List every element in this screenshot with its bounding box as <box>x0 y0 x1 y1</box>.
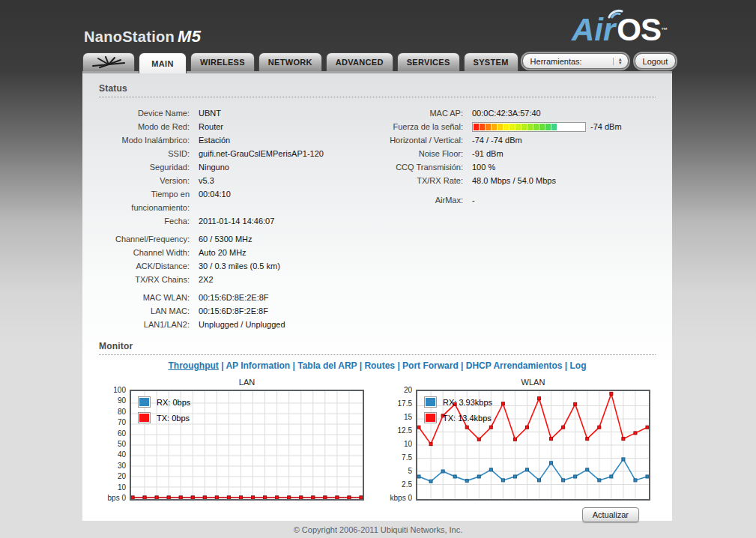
field-value: Unplugged / Unplugged <box>199 318 285 331</box>
data-marker <box>300 496 303 499</box>
field-value: 00:0C:42:3A:57:40 <box>472 106 541 120</box>
status-row: Noise Floor: -91 dBm <box>375 147 656 160</box>
signal-strength-value: -74 dBm <box>472 120 622 133</box>
status-group-link: Horizontal / Vertical: -74 / -74 dBm Noi… <box>375 133 656 187</box>
signal-segment <box>521 124 527 130</box>
status-row: Seguridad: Ninguno <box>99 160 375 174</box>
data-marker <box>622 438 625 441</box>
data-marker <box>525 426 528 429</box>
field-value: 60 / 5300 MHz <box>199 232 252 246</box>
legend-swatch-fill <box>426 398 435 406</box>
lan-chart: LANbps 0102030405060708090100RX: 0bpsTX:… <box>103 378 364 501</box>
status-group-general: Device Name: UBNT Modo de Red: Router Mo… <box>99 106 375 228</box>
refresh-button[interactable]: Actualizar <box>582 507 639 522</box>
y-axis-label: 60 <box>118 429 126 438</box>
legend-swatch <box>138 396 151 408</box>
data-marker <box>155 496 158 499</box>
tab-advanced[interactable]: ADVANCED <box>326 52 393 71</box>
data-marker <box>215 496 218 499</box>
link-separator: | <box>219 360 226 371</box>
field-value: - <box>472 193 475 207</box>
field-label: Modo Inalámbrico: <box>99 133 199 147</box>
data-marker <box>598 426 601 429</box>
field-value: 00:04:10 <box>199 187 231 214</box>
chart-legend: RX: 3.93kbpsTX: 13.4kbps <box>424 396 492 428</box>
y-axis-label: 70 <box>118 418 126 426</box>
data-marker <box>288 496 291 499</box>
field-label: Device Name: <box>99 106 199 120</box>
field-value: Estación <box>199 133 230 147</box>
field-label: Modo de Red: <box>99 120 199 133</box>
signal-strength-bar <box>472 122 586 132</box>
field-label: LAN1/LAN2: <box>99 318 199 331</box>
status-row: MAC WLAN: 00:15:6D:8E:2E:8F <box>99 291 375 304</box>
data-marker <box>276 496 279 499</box>
data-marker <box>465 480 468 483</box>
product-name: NanoStation <box>84 28 175 45</box>
tab-home-logo[interactable] <box>82 52 135 71</box>
field-label: TX/RX Rate: <box>375 174 472 187</box>
wifi-arcs-icon <box>606 7 624 19</box>
field-value: -74 / -74 dBm <box>472 133 522 147</box>
field-value: Auto 20 MHz <box>199 246 247 259</box>
monitor-link-port-forward[interactable]: Port Forward <box>402 360 459 371</box>
tab-system[interactable]: SYSTEM <box>464 52 518 71</box>
data-marker <box>622 458 625 461</box>
data-marker <box>417 426 420 429</box>
field-value: guifi.net-GrauCslEMPerisAP1-120 <box>199 147 324 160</box>
monitor-link-routes[interactable]: Routes <box>364 360 395 371</box>
tab-wireless[interactable]: WIRELESS <box>190 52 255 71</box>
field-value: Ninguno <box>199 160 229 174</box>
product-model: M5 <box>178 27 201 46</box>
data-marker <box>348 496 351 499</box>
monitor-link-throughput[interactable]: Throughput <box>168 360 218 371</box>
tab-services[interactable]: SERVICES <box>397 52 460 71</box>
status-heading: Status <box>99 83 656 97</box>
signal-segment <box>515 124 521 130</box>
data-marker <box>550 462 553 465</box>
data-marker <box>562 479 565 482</box>
data-marker <box>324 496 327 499</box>
status-row: LAN1/LAN2: Unplugged / Unplugged <box>99 318 375 331</box>
tab-network[interactable]: NETWORK <box>258 52 322 71</box>
data-marker <box>610 392 613 395</box>
legend-label: TX: 13.4kbps <box>443 414 492 423</box>
legend-swatch <box>424 396 437 408</box>
chart-body: bps 0102030405060708090100RX: 0bpsTX: 0b… <box>103 390 364 501</box>
logout-button[interactable]: Logout <box>635 53 677 69</box>
signal-segment <box>504 124 509 130</box>
status-group-radio: Channel/Frequency: 60 / 5300 MHz Channel… <box>99 232 375 286</box>
field-value: UBNT <box>199 106 221 120</box>
monitor-link-ap-information[interactable]: AP Information <box>226 360 290 371</box>
status-row: SSID: guifi.net-GrauCslEMPerisAP1-120 <box>99 147 375 160</box>
data-marker <box>574 402 577 405</box>
field-label: AirMax: <box>375 193 472 207</box>
tab-main[interactable]: MAIN <box>139 52 187 73</box>
throughput-charts: LANbps 0102030405060708090100RX: 0bpsTX:… <box>99 378 656 501</box>
field-value: 2X2 <box>199 273 214 286</box>
status-row: LAN MAC: 00:15:6D:8F:2E:8F <box>99 304 375 318</box>
tools-select[interactable]: Herramientas: ▲ ▼ <box>522 53 629 69</box>
y-axis-label: 17.5 <box>398 399 412 408</box>
data-marker <box>429 480 432 483</box>
status-row: TX/RX Chains: 2X2 <box>99 273 375 286</box>
monitor-link-tabla-del-arp[interactable]: Tabla del ARP <box>297 360 357 371</box>
monitor-link-log[interactable]: Log <box>570 360 587 371</box>
field-label: Channel/Frequency: <box>99 232 199 246</box>
field-label: Fecha: <box>99 214 199 228</box>
monitor-link-dhcp-arrendamientos[interactable]: DHCP Arrendamientos <box>466 360 563 371</box>
data-marker <box>252 496 255 499</box>
status-row: Channel Width: Auto 20 MHz <box>99 246 375 259</box>
status-left-column: Device Name: UBNT Modo de Red: Router Mo… <box>99 106 375 331</box>
status-row: MAC AP: 00:0C:42:3A:57:40 <box>375 106 656 120</box>
field-label: Noise Floor: <box>375 147 472 160</box>
data-marker <box>191 496 194 499</box>
legend-swatch-fill <box>139 398 149 406</box>
airos-logo: Air OS™ <box>572 13 668 46</box>
data-marker <box>634 479 637 482</box>
y-axis-label: 20 <box>118 472 126 480</box>
data-marker <box>336 496 339 499</box>
data-marker <box>501 402 504 405</box>
field-value: 2011-01-14 14:46:07 <box>199 214 274 228</box>
legend-label: TX: 0bps <box>157 414 190 423</box>
